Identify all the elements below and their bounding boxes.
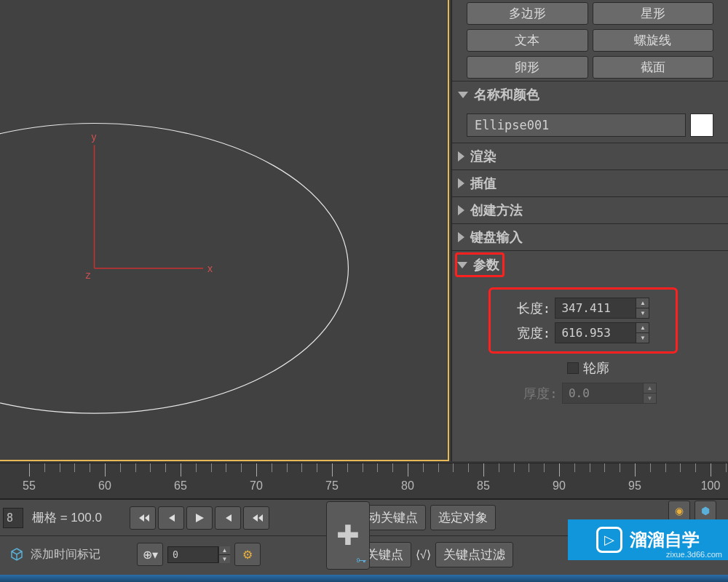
- key-filters-button[interactable]: 关键点过滤: [435, 542, 513, 567]
- tick-label: 85: [477, 479, 490, 493]
- spin-up-icon[interactable]: ▲: [636, 298, 649, 308]
- object-name-input[interactable]: [467, 113, 686, 137]
- chevron-down-icon: [457, 262, 467, 268]
- tick-label: 80: [401, 479, 414, 493]
- goto-end-button[interactable]: [243, 506, 269, 530]
- length-input[interactable]: [555, 298, 636, 318]
- chevron-right-icon: [458, 205, 464, 215]
- tick-label: 100: [701, 479, 721, 493]
- grid-status: 栅格 = 100.0: [28, 509, 106, 526]
- rollout-header-keyboard-entry[interactable]: 键盘输入: [452, 224, 728, 250]
- width-input[interactable]: [555, 323, 636, 343]
- rollout-header-parameters[interactable]: 参数: [455, 252, 505, 277]
- x-label: x: [207, 263, 213, 274]
- length-spinner[interactable]: ▲ ▼: [555, 298, 649, 319]
- time-ruler[interactable]: 556065707580859095100: [0, 463, 728, 499]
- width-spinner[interactable]: ▲ ▼: [555, 322, 649, 343]
- rollout-title: 键盘输入: [470, 228, 523, 246]
- add-time-marker[interactable]: 添加时间标记: [3, 543, 106, 565]
- chevron-right-icon: [458, 151, 464, 162]
- time-marker-label: 添加时间标记: [31, 547, 100, 562]
- z-label: z: [86, 269, 91, 281]
- rollout-creation-method: 创建方法: [452, 196, 728, 223]
- current-frame-spinner[interactable]: ▲ ▼: [167, 546, 230, 563]
- filter-icon: ⟨√⟩: [416, 548, 431, 562]
- spin-up-icon: ▲: [643, 383, 656, 394]
- shape-helix-button[interactable]: 螺旋线: [593, 29, 714, 52]
- next-frame-button[interactable]: [215, 506, 241, 530]
- time-config-button[interactable]: ⚙: [234, 543, 261, 566]
- rollout-title: 插值: [470, 175, 496, 192]
- rollout-header-render[interactable]: 渲染: [452, 143, 728, 170]
- spin-up-icon[interactable]: ▲: [636, 323, 649, 333]
- rollout-title: 渲染: [470, 148, 496, 165]
- outline-label: 轮廓: [583, 359, 609, 377]
- play-button[interactable]: [186, 506, 213, 530]
- rollout-render: 渲染: [452, 143, 728, 170]
- goto-start-button[interactable]: [130, 506, 156, 530]
- shape-polygon-button[interactable]: 多边形: [467, 2, 588, 25]
- spin-down-icon[interactable]: ▼: [636, 308, 649, 318]
- rollout-header-interpolation[interactable]: 插值: [452, 170, 728, 196]
- tick-label: 60: [98, 479, 111, 493]
- isolate-button[interactable]: ◉: [668, 501, 690, 521]
- chevron-right-icon: [458, 232, 464, 242]
- set-key-large-button[interactable]: ✚🗝: [326, 501, 370, 570]
- thickness-input: [563, 383, 643, 403]
- shape-text-button[interactable]: 文本: [467, 29, 588, 52]
- shape-egg-button[interactable]: 卵形: [467, 56, 588, 79]
- viewcube-button[interactable]: ⬢: [695, 501, 716, 521]
- transport-controls: [130, 506, 269, 530]
- thickness-spinner: ▲ ▼: [562, 383, 657, 404]
- chevron-down-icon: [458, 92, 468, 98]
- spin-down-icon[interactable]: ▼: [636, 333, 649, 343]
- timeline[interactable]: 556065707580859095100: [0, 463, 728, 499]
- spin-down-icon: ▼: [643, 394, 656, 403]
- spin-down-icon[interactable]: ▼: [218, 555, 230, 563]
- viewport[interactable]: x y z: [0, 0, 449, 461]
- cube-icon: [9, 546, 25, 562]
- command-panel: 多边形 星形 文本 螺旋线 卵形 截面 名称和颜色 渲染 插值: [451, 0, 728, 461]
- tick-label: 65: [174, 479, 187, 493]
- tick-label: 95: [628, 479, 641, 493]
- rollout-keyboard-entry: 键盘输入: [452, 223, 728, 250]
- key-mode-button[interactable]: ⊕▾: [137, 543, 163, 566]
- outline-checkbox[interactable]: [567, 362, 579, 374]
- status-frame-input[interactable]: [3, 508, 23, 528]
- os-taskbar: [0, 575, 728, 582]
- chevron-right-icon: [458, 178, 464, 188]
- shape-section-button[interactable]: 截面: [593, 56, 714, 79]
- color-swatch[interactable]: [690, 113, 713, 137]
- watermark-domain: zixue.3d66.com: [666, 550, 722, 559]
- watermark-brand: 溜溜自学: [630, 528, 700, 551]
- y-label: y: [92, 131, 97, 143]
- thickness-label: 厚度:: [523, 385, 558, 402]
- rollout-title: 创建方法: [470, 202, 523, 219]
- width-label: 宽度:: [517, 324, 551, 342]
- rollout-title: 名称和颜色: [474, 86, 539, 103]
- tick-label: 55: [23, 479, 36, 493]
- length-label: 长度:: [517, 300, 551, 317]
- rollout-header-creation-method[interactable]: 创建方法: [452, 197, 728, 223]
- rollout-header-name-color[interactable]: 名称和颜色: [452, 81, 728, 108]
- prev-frame-button[interactable]: [158, 506, 184, 530]
- tick-label: 70: [250, 479, 263, 493]
- tick-label: 75: [325, 479, 339, 493]
- current-frame-input[interactable]: [167, 546, 218, 563]
- key-icon: 🗝: [356, 554, 366, 566]
- rollout-title: 参数: [473, 256, 499, 274]
- highlighted-params: 长度: ▲ ▼ 宽度: ▲ ▼: [488, 287, 678, 354]
- play-logo-icon: ▷: [596, 527, 622, 553]
- rollout-interpolation: 插值: [452, 170, 728, 196]
- shape-star-button[interactable]: 星形: [593, 2, 714, 25]
- selected-object-button[interactable]: 选定对象: [430, 505, 496, 530]
- rollout-name-color: 名称和颜色: [452, 81, 728, 143]
- rollout-parameters: 参数 长度: ▲ ▼ 宽度:: [452, 250, 728, 413]
- tick-label: 90: [553, 479, 566, 493]
- spin-up-icon[interactable]: ▲: [218, 546, 230, 555]
- watermark: ▷ 溜溜自学 zixue.3d66.com: [568, 519, 728, 560]
